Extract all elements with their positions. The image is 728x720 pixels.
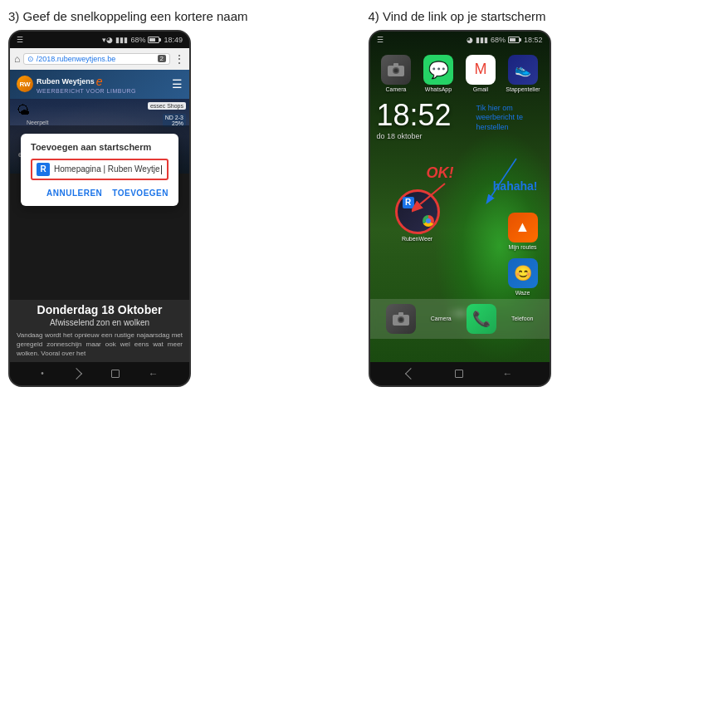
clock-block: 18:52 do 18 oktober xyxy=(377,100,452,140)
bottom-nav-left: • ← xyxy=(10,362,189,385)
weather-date-title: Donderdag 18 Oktober xyxy=(17,303,183,316)
phone-left: ☰ ▾◕ ▮▮▮ 68% 18:49 ⌂ ⊙ /2018.rubenwe xyxy=(8,30,191,387)
weather-text-area: Donderdag 18 Oktober Afwisselend zon en … xyxy=(10,300,189,362)
ruben-weer-label: RubenWeer xyxy=(402,236,432,242)
clock-date: do 18 oktober xyxy=(377,132,452,140)
red-arrow xyxy=(412,179,453,213)
essec-badge: essec Shops xyxy=(148,102,186,110)
whatsapp-label: WhatsApp xyxy=(425,86,452,92)
tik-hier-text: Tik hier om weerbericht te herstellen xyxy=(476,100,543,133)
weather-description: Vandaag wordt het opnieuw een rustige na… xyxy=(17,331,183,359)
app-routes[interactable]: ▲ Mijn routes xyxy=(505,213,541,250)
browser-menu-icon[interactable]: ⋮ xyxy=(173,52,185,66)
nav-forward-left[interactable] xyxy=(72,370,82,378)
dialog-box: Toevoegen aan startscherm R Homepagina |… xyxy=(21,134,178,206)
dialog-buttons: ANNULEREN TOEVOEGEN xyxy=(31,189,169,198)
dialog-input-text[interactable]: Homepagina | Ruben Weytje xyxy=(54,164,163,174)
notif-icon: ☰ xyxy=(17,36,23,44)
weather-subtitle: Afwisselend zon en wolken xyxy=(17,318,183,327)
chrome-badge xyxy=(423,215,434,227)
site-name-area: Ruben Weytjens e WEERBERICHT VOOR LIMBUR… xyxy=(37,75,136,94)
site-name: Ruben Weytjens xyxy=(37,77,95,86)
dialog-title: Toevoegen aan startscherm xyxy=(31,142,169,152)
svg-rect-3 xyxy=(393,63,398,66)
status-right-icons: ▾◕ ▮▮▮ 68% 18:49 xyxy=(102,36,183,44)
dock-phone[interactable]: 📞 xyxy=(467,304,496,334)
home-icon[interactable]: ⌂ xyxy=(14,53,20,65)
app-waze[interactable]: 😊 Waze xyxy=(505,258,541,296)
app-camera[interactable]: Camera xyxy=(378,55,414,92)
app-whatsapp[interactable]: 💬 WhatsApp xyxy=(420,55,457,92)
svg-rect-11 xyxy=(398,312,403,316)
site-logo: RW xyxy=(17,76,33,92)
battery-icon-left xyxy=(148,37,159,43)
app-gmail[interactable]: M Gmail xyxy=(462,55,499,92)
dialog-input-row[interactable]: R Homepagina | Ruben Weytje xyxy=(31,159,169,180)
signal-icon: ▮▮▮ xyxy=(115,36,128,44)
svg-point-2 xyxy=(394,68,398,72)
browser-bar: ⌂ ⊙ /2018.rubenweytjens.be 2 ⋮ xyxy=(10,48,189,70)
annotation-hahaha: hahaha! xyxy=(493,179,538,193)
wifi-icon-right: ◕ xyxy=(467,36,473,44)
routes-icon: ▲ xyxy=(508,213,538,242)
time-right: 18:52 xyxy=(524,36,543,44)
svg-point-10 xyxy=(398,317,403,321)
nav-back-right[interactable]: ← xyxy=(503,368,513,380)
waze-icon: 😊 xyxy=(508,258,538,288)
status-notif-right: ☰ xyxy=(377,36,384,44)
app-stappenteller[interactable]: 👟 Stappenteller xyxy=(505,55,541,92)
chrome-inner xyxy=(426,218,431,223)
hamburger-icon[interactable]: ☰ xyxy=(172,77,183,91)
sun-cloud-icon: 🌤 xyxy=(17,103,30,118)
right-title: 4) Vind de link op je startscherm xyxy=(369,8,546,25)
nd-label: ND 2-3 xyxy=(165,115,183,120)
nav-dot-left: • xyxy=(41,369,44,378)
browser-url-bar[interactable]: ⊙ /2018.rubenweytjens.be 2 xyxy=(23,53,170,65)
app-icons-row1: Camera 💬 WhatsApp M Gmail xyxy=(370,48,550,96)
clock-time: 18:52 xyxy=(377,100,452,130)
phone-content-left: RW Ruben Weytjens e WEERBERICHT VOOR LIM… xyxy=(10,70,189,300)
nav-home-right[interactable] xyxy=(455,370,463,378)
phone-right: ☰ ◕ ▮▮▮ 68% 18:52 xyxy=(369,30,551,387)
status-icons-right: ◕ ▮▮▮ 68% 18:52 xyxy=(467,36,543,44)
confirm-button[interactable]: TOEVOEGEN xyxy=(112,189,169,198)
weather-label-neerpelt: Neerpelt xyxy=(27,120,48,125)
dock-phone-label: Telefoon xyxy=(511,316,533,321)
essec-text: essec Shops xyxy=(150,103,183,109)
nav-recent-right[interactable] xyxy=(404,367,416,379)
dialog-r-badge: R xyxy=(37,163,50,176)
time-left: 18:49 xyxy=(164,36,183,44)
svg-line-7 xyxy=(420,184,445,204)
status-bar-left: ☰ ▾◕ ▮▮▮ 68% 18:49 xyxy=(10,32,189,48)
right-panel: 4) Vind de link op je startscherm ☰ ◕ ▮▮… xyxy=(369,8,721,712)
waze-label: Waze xyxy=(515,290,530,296)
website-header: RW Ruben Weytjens e WEERBERICHT VOOR LIM… xyxy=(10,70,189,99)
site-e-icon: e xyxy=(96,75,103,88)
left-title: 3) Geef de snelkoppeling een kortere naa… xyxy=(8,8,248,25)
home-screen: ☰ ◕ ▮▮▮ 68% 18:52 xyxy=(370,32,550,362)
url-text: ⊙ /2018.rubenweytjens.be xyxy=(27,55,115,63)
battery-pct-right: 68% xyxy=(491,36,506,44)
battery-icon-right xyxy=(508,37,520,43)
camera-label: Camera xyxy=(386,86,407,92)
stappenteller-icon: 👟 xyxy=(508,55,538,85)
camera-icon xyxy=(381,55,411,85)
dialog-overlay: Toevoegen aan startscherm R Homepagina |… xyxy=(10,125,189,300)
whatsapp-icon: 💬 xyxy=(423,55,453,85)
main-container: 3) Geef de snelkoppeling een kortere naa… xyxy=(0,0,728,720)
nav-back-left[interactable]: ← xyxy=(149,368,159,380)
text-cursor xyxy=(161,165,162,174)
left-panel: 3) Geef de snelkoppeling een kortere naa… xyxy=(8,8,360,712)
bottom-nav-right: ← xyxy=(370,362,550,385)
clock-area: 18:52 do 18 oktober Tik hier om weerberi… xyxy=(370,96,550,144)
routes-label: Mijn routes xyxy=(508,244,536,250)
status-bar-right: ☰ ◕ ▮▮▮ 68% 18:52 xyxy=(370,32,550,48)
battery-pct-left: 68% xyxy=(130,36,145,44)
status-left-icons: ☰ xyxy=(17,36,23,44)
dock-camera[interactable] xyxy=(386,304,416,334)
bottom-dock: Camera 📞 Telefoon xyxy=(370,299,550,339)
nav-home-left[interactable] xyxy=(111,370,120,378)
cancel-button[interactable]: ANNULEREN xyxy=(46,189,102,198)
dock-camera-label: Camera xyxy=(431,316,452,321)
dialog-input-value: Homepagina | Ruben Weytje xyxy=(54,164,160,174)
